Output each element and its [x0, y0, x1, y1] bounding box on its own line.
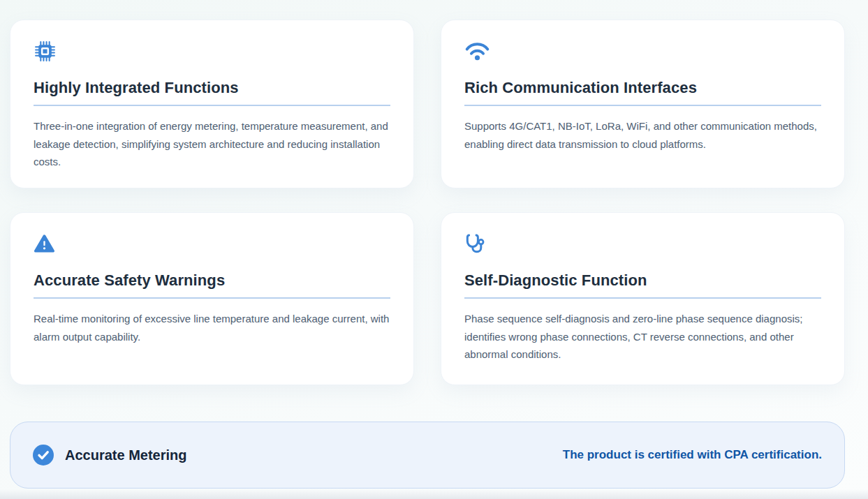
- product-features-section: Highly Integrated Functions Three-in-one…: [10, 20, 845, 489]
- certification-note: The product is certified with CPA certif…: [563, 448, 822, 462]
- title-divider: [34, 105, 390, 106]
- feature-card-description: Real-time monitoring of excessive line t…: [34, 310, 390, 345]
- feature-card-diagnostic: Self-Diagnostic Function Phase sequence …: [441, 212, 845, 385]
- feature-card-safety: Accurate Safety Warnings Real-time monit…: [10, 212, 414, 385]
- next-section-shadow: [0, 489, 868, 499]
- feature-card-description: Supports 4G/CAT1, NB-IoT, LoRa, WiFi, an…: [464, 117, 821, 153]
- banner-left-group: Accurate Metering: [33, 445, 187, 466]
- feature-card-title: Accurate Safety Warnings: [34, 271, 390, 290]
- certification-banner: Accurate Metering The product is certifi…: [10, 422, 845, 489]
- title-divider: [464, 105, 821, 106]
- feature-card-integration: Highly Integrated Functions Three-in-one…: [10, 20, 414, 188]
- title-divider: [34, 297, 390, 299]
- banner-title: Accurate Metering: [65, 447, 187, 463]
- wifi-icon: [464, 39, 821, 63]
- warning-triangle-icon: [34, 232, 390, 255]
- feature-card-communication: Rich Communication Interfaces Supports 4…: [441, 20, 845, 188]
- stethoscope-icon: [464, 232, 821, 255]
- feature-card-description: Phase sequence self-diagnosis and zero-l…: [464, 310, 821, 364]
- title-divider: [464, 297, 821, 299]
- feature-card-title: Rich Communication Interfaces: [464, 79, 821, 97]
- microchip-icon: [34, 39, 390, 63]
- check-circle-icon: [33, 445, 54, 466]
- feature-card-title: Highly Integrated Functions: [34, 79, 390, 97]
- feature-cards-grid: Highly Integrated Functions Three-in-one…: [10, 20, 845, 385]
- feature-card-description: Three-in-one integration of energy meter…: [34, 117, 390, 171]
- feature-card-title: Self-Diagnostic Function: [464, 271, 821, 290]
